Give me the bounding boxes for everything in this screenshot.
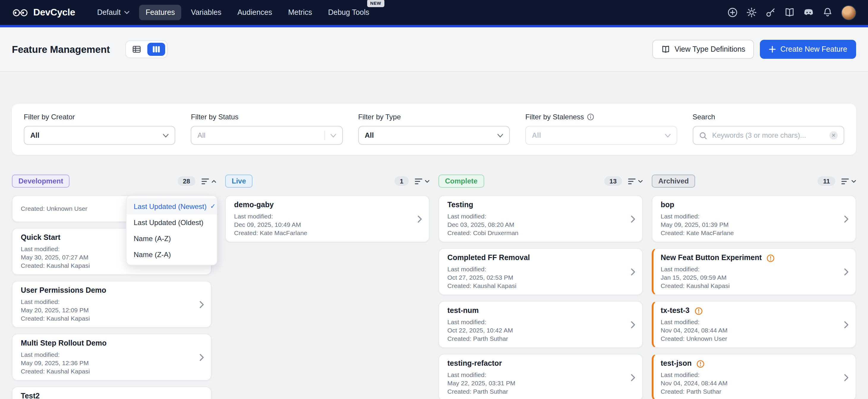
filter-group-creator: Filter by Creator All xyxy=(24,113,176,145)
project-selector[interactable]: Default xyxy=(91,5,136,20)
sort-option-label: Name (A-Z) xyxy=(134,234,171,242)
feature-card[interactable]: User Permissions Demo Last modified: May… xyxy=(12,281,212,328)
column-sort-button[interactable] xyxy=(841,178,856,185)
nav-link-debug-tools[interactable]: Debug Tools NEW xyxy=(322,5,376,20)
sort-option-label: Name (Z-A) xyxy=(134,250,171,259)
discord-icon[interactable] xyxy=(803,7,814,18)
sort-option[interactable]: Last Updated (Oldest) xyxy=(127,214,217,230)
chevron-right-icon[interactable] xyxy=(631,268,635,275)
sort-option[interactable]: Name (A-Z) xyxy=(127,230,217,246)
create-new-feature-label: Create New Feature xyxy=(780,45,847,54)
view-toggle xyxy=(125,40,167,58)
search-box: ✕ xyxy=(692,126,844,145)
feature-card[interactable]: Test2 Last modified: Nov 26, 2024, 08:13… xyxy=(12,387,212,399)
feature-modified-date: Oct 22, 2025, 10:42 AM xyxy=(447,327,624,334)
chevron-right-icon[interactable] xyxy=(844,321,848,328)
feature-card[interactable]: Completed FF Removal Last modified: Oct … xyxy=(438,248,643,295)
filter-type-select[interactable]: All xyxy=(358,126,510,145)
column-header: Archived 11 xyxy=(652,174,856,188)
kanban-board: Development 28 Created: Unknown User Qui… xyxy=(0,155,868,399)
chevron-right-icon[interactable] xyxy=(418,215,422,222)
feature-card[interactable]: Testing Last modified: Dec 03, 2025, 08:… xyxy=(438,195,643,242)
feature-created: Created: Unknown User xyxy=(661,335,838,342)
info-icon[interactable] xyxy=(587,113,594,121)
column-status-badge: Complete xyxy=(438,174,484,188)
chevron-right-icon[interactable] xyxy=(631,215,635,222)
devcycle-logo[interactable]: DevCycle xyxy=(12,7,75,18)
chevron-icon xyxy=(638,179,643,182)
feature-created: Created: Kate MacFarlane xyxy=(661,229,838,237)
column-sort-button[interactable] xyxy=(628,178,643,185)
feature-title-row: testing-refactor xyxy=(447,359,624,368)
chevron-right-icon[interactable] xyxy=(844,268,848,275)
settings-icon[interactable] xyxy=(746,7,757,18)
column-cards: Testing Last modified: Dec 03, 2025, 08:… xyxy=(438,195,643,399)
chevron-right-icon[interactable] xyxy=(631,321,635,328)
clear-search-icon[interactable]: ✕ xyxy=(829,131,838,139)
board-view-button[interactable] xyxy=(147,43,165,56)
filter-creator-label: Filter by Creator xyxy=(24,113,176,121)
feature-card[interactable]: Multi Step Rollout Demo Last modified: M… xyxy=(12,334,212,380)
column-sort-button[interactable] xyxy=(202,178,216,185)
user-avatar[interactable] xyxy=(841,5,856,20)
search-label: Search xyxy=(692,113,844,121)
chevron-right-icon[interactable] xyxy=(631,374,635,381)
add-icon[interactable] xyxy=(727,7,738,18)
filter-creator-select[interactable]: All xyxy=(24,126,176,145)
filter-type-value: All xyxy=(365,131,374,139)
search-input[interactable] xyxy=(711,131,825,140)
filter-status-label: Filter by Status xyxy=(191,113,343,121)
feature-card[interactable]: testing-refactor Last modified: May 22, … xyxy=(438,354,643,399)
list-view-icon xyxy=(132,45,141,54)
feature-modified-date: May 22, 2025, 03:31 PM xyxy=(447,379,624,387)
nav-link-label: Debug Tools xyxy=(328,8,370,16)
column-count-badge: 28 xyxy=(178,176,196,186)
board-column-live: Live 1 demo-gaby Last modified: Dec 09, … xyxy=(225,174,430,242)
column-status-badge: Live xyxy=(225,174,252,188)
docs-icon[interactable] xyxy=(784,7,795,18)
notifications-icon[interactable] xyxy=(822,7,833,18)
nav-link-metrics[interactable]: Metrics xyxy=(282,5,319,20)
sort-dropdown-menu: Last Updated (Newest) ✓ Last Updated (Ol… xyxy=(126,195,217,265)
feature-card[interactable]: test-json Last modified: Nov 04, 2024, 0… xyxy=(652,354,856,399)
app-root: DevCycle Default Features Variables Audi… xyxy=(0,0,868,399)
chevron-down-icon xyxy=(163,133,169,137)
nav-link-features[interactable]: Features xyxy=(139,5,182,20)
create-new-feature-button[interactable]: Create New Feature xyxy=(760,40,856,59)
feature-title-row: Multi Step Rollout Demo xyxy=(21,339,193,348)
feature-title: bop xyxy=(661,201,674,209)
sort-option[interactable]: Last Updated (Newest) ✓ xyxy=(127,198,217,214)
feature-card[interactable]: bop Last modified: May 09, 2025, 01:39 P… xyxy=(652,195,856,242)
feature-modified-date: Dec 09, 2025, 10:49 AM xyxy=(234,221,411,229)
feature-card[interactable]: test-num Last modified: Oct 22, 2025, 10… xyxy=(438,301,643,348)
filter-status-select[interactable]: All xyxy=(191,126,343,145)
chevron-right-icon[interactable] xyxy=(844,374,848,381)
nav-link-audiences[interactable]: Audiences xyxy=(231,5,279,20)
filter-staleness-select[interactable]: All xyxy=(525,126,677,145)
project-selector-label: Default xyxy=(97,8,121,16)
sort-option[interactable]: Name (Z-A) xyxy=(127,246,217,262)
navbar-accent-stripe xyxy=(0,25,868,27)
view-type-definitions-button[interactable]: View Type Definitions xyxy=(653,40,754,59)
chevron-right-icon[interactable] xyxy=(199,354,204,361)
feature-card[interactable]: New Feat Button Experiment Last modified… xyxy=(652,248,856,295)
filter-group-status: Filter by Status All xyxy=(191,113,343,145)
chevron-right-icon[interactable] xyxy=(199,301,204,308)
feature-created: Created: Parth Suthar xyxy=(447,388,624,395)
feature-modified-label: Last modified: xyxy=(447,371,624,379)
feature-card[interactable]: tx-test-3 Last modified: Nov 04, 2024, 0… xyxy=(652,301,856,348)
nav-link-label: Features xyxy=(146,8,175,16)
nav-link-variables[interactable]: Variables xyxy=(184,5,228,20)
column-sort-button[interactable] xyxy=(415,178,430,185)
stale-warning-icon xyxy=(766,254,775,262)
feature-title-row: Testing xyxy=(447,201,624,209)
filter-group-search: Search ✕ xyxy=(692,113,844,145)
nav-link-label: Metrics xyxy=(288,8,312,16)
filter-group-staleness: Filter by Staleness All xyxy=(525,113,677,145)
feature-title-row: bop xyxy=(661,201,838,209)
feature-modified-date: May 09, 2025, 01:39 PM xyxy=(661,221,838,229)
key-icon[interactable] xyxy=(765,7,776,18)
chevron-right-icon[interactable] xyxy=(844,215,848,222)
feature-card[interactable]: demo-gaby Last modified: Dec 09, 2025, 1… xyxy=(225,195,430,242)
list-view-button[interactable] xyxy=(128,43,146,56)
